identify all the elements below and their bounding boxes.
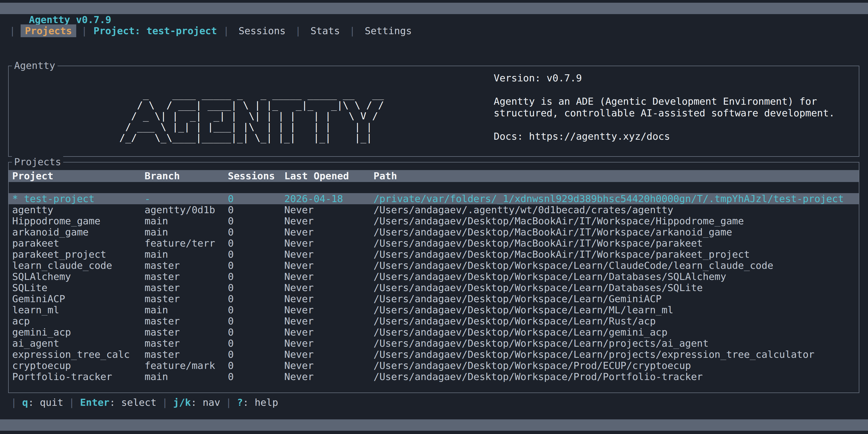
table-row[interactable]: parakeet_project main 0 Never /Users/and… xyxy=(9,249,859,260)
cell-last-opened: Never xyxy=(284,238,373,249)
tab[interactable]: | Project: test-project xyxy=(76,24,218,37)
help-separator: | xyxy=(162,397,168,408)
cell-path: /Users/andagaev/Desktop/Workspace/Learn/… xyxy=(373,338,859,349)
cell-sessions: 0 xyxy=(228,226,284,238)
cell-last-opened: Never xyxy=(284,349,373,360)
ascii-logo-line: / \ / ___| ____| \ | |_ _|_ _|\ \ / / xyxy=(119,100,384,111)
cell-branch: main xyxy=(145,249,228,260)
app-window: Agentty v0.7.9 | Projects | Project: tes… xyxy=(0,0,868,434)
cell-path: /Users/andagaev/Desktop/MacBookAir/IT/Wo… xyxy=(373,226,859,238)
table-row[interactable]: parakeet feature/terr 0 Never /Users/and… xyxy=(9,238,859,249)
help-key: ? xyxy=(237,397,243,408)
table-row[interactable]: SQLite master 0 Never /Users/andagaev/De… xyxy=(9,282,859,293)
table-row[interactable]: gemini_acp master 0 Never /Users/andagae… xyxy=(9,327,859,338)
table-row[interactable]: acp master 0 Never /Users/andagaev/Deskt… xyxy=(9,315,859,327)
column-header-sessions: Sessions xyxy=(228,170,284,182)
cell-project: gemini_acp xyxy=(12,327,145,338)
tab-separator: | xyxy=(82,25,87,36)
table-row[interactable]: GeminiACP master 0 Never /Users/andagaev… xyxy=(9,293,859,304)
tab[interactable]: | Stats xyxy=(290,24,344,37)
table-row[interactable]: cryptoecup feature/mark 0 Never /Users/a… xyxy=(9,360,859,371)
description-line-2: structured, controllable AI-assisted sof… xyxy=(494,107,835,119)
table-row[interactable]: Hippodrome_game main 0 Never /Users/anda… xyxy=(9,215,859,226)
cell-sessions: 0 xyxy=(228,249,284,260)
tab[interactable]: | Settings xyxy=(344,24,416,37)
cell-project: learn_claude_code xyxy=(12,260,145,271)
cell-sessions: 0 xyxy=(228,327,284,338)
cell-sessions: 0 xyxy=(228,271,284,282)
cell-path: /Users/andagaev/Desktop/MacBookAir/IT/Wo… xyxy=(373,249,859,260)
cell-last-opened: Never xyxy=(284,293,373,304)
cell-path: /Users/andagaev/Desktop/Workspace/Learn/… xyxy=(373,260,859,271)
column-header-last-opened: Last Opened xyxy=(284,170,373,182)
cell-path: /Users/andagaev/Desktop/MacBookAir/IT/Wo… xyxy=(373,215,859,226)
table-header: Project Branch Sessions Last Opened Path xyxy=(9,170,859,182)
table-row[interactable]: Portfolio-tracker main 0 Never /Users/an… xyxy=(9,371,859,382)
cell-project: SQLite xyxy=(12,282,145,293)
table-row[interactable]: expression_tree_calc master 0 Never /Use… xyxy=(9,349,859,360)
column-header-branch: Branch xyxy=(145,170,228,182)
help-action: : nav xyxy=(191,397,220,408)
help-item: | j/k: nav xyxy=(156,397,220,408)
cell-sessions: 0 xyxy=(228,360,284,371)
cell-last-opened: 2026-04-18 xyxy=(284,193,373,204)
cell-project: Hippodrome_game xyxy=(12,215,145,226)
status-bar: /private/var/folders/_1/xdnwsnl929d389bh… xyxy=(0,420,868,431)
cell-branch: master xyxy=(145,282,228,293)
cell-branch: master xyxy=(145,338,228,349)
cell-last-opened: Never xyxy=(284,315,373,327)
cell-project: agentty xyxy=(12,204,145,215)
table-row[interactable]: arkanoid_game main 0 Never /Users/andaga… xyxy=(9,226,859,238)
tab-label[interactable]: Sessions xyxy=(235,24,290,37)
cell-last-opened: Never xyxy=(284,304,373,315)
cell-project: arkanoid_game xyxy=(12,226,145,238)
table-row[interactable]: learn_ml main 0 Never /Users/andagaev/De… xyxy=(9,304,859,315)
ascii-logo-line: / ___ \ |_| | |___| |\ | | | | | | | xyxy=(119,122,384,132)
tab[interactable]: | Sessions xyxy=(218,24,290,37)
help-item: | q: quit xyxy=(5,397,63,408)
titlebar: Agentty v0.7.9 xyxy=(0,3,868,14)
cell-path: /Users/andagaev/Desktop/Workspace/Learn/… xyxy=(373,271,859,282)
cell-sessions: 0 xyxy=(228,371,284,382)
cell-path: /Users/andagaev/Desktop/Workspace/Learn/… xyxy=(373,282,859,293)
table-row[interactable]: ai_agent master 0 Never /Users/andagaev/… xyxy=(9,338,859,349)
docs-link[interactable]: Docs: https://agentty.xyz/docs xyxy=(494,130,670,142)
cell-sessions: 0 xyxy=(228,260,284,271)
cell-project: * test-project xyxy=(12,193,145,204)
cell-branch: agentty/0d1b xyxy=(145,204,228,215)
cell-sessions: 0 xyxy=(228,204,284,215)
cell-last-opened: Never xyxy=(284,360,373,371)
about-box-title: Agentty xyxy=(12,60,58,72)
app-title: Agentty v0.7.9 xyxy=(29,14,111,25)
help-separator: | xyxy=(226,397,231,408)
cell-project: parakeet xyxy=(12,238,145,249)
cell-project: GeminiACP xyxy=(12,293,145,304)
table-row[interactable]: SQLAlchemy master 0 Never /Users/andagae… xyxy=(9,271,859,282)
column-header-path: Path xyxy=(373,170,859,182)
help-key: j/k xyxy=(173,397,191,408)
table-row[interactable]: * test-project - 0 2026-04-18 /private/v… xyxy=(9,193,859,204)
tab[interactable]: | Projects xyxy=(4,24,76,37)
projects-box-title: Projects xyxy=(12,156,63,168)
cell-branch: master xyxy=(145,271,228,282)
cell-branch: feature/mark xyxy=(145,360,228,371)
cell-branch: main xyxy=(145,215,228,226)
cell-sessions: 0 xyxy=(228,315,284,327)
cell-path: /Users/andagaev/Desktop/Workspace/Learn/… xyxy=(373,293,859,304)
tab-label[interactable]: Projects xyxy=(21,24,76,37)
cell-project: acp xyxy=(12,315,145,327)
tab-label[interactable]: Settings xyxy=(361,24,416,37)
table-row[interactable]: agentty agentty/0d1b 0 Never /Users/anda… xyxy=(9,204,859,215)
ascii-logo-line: / _ \| | _| _| | \| | | | | | \ V / xyxy=(119,111,384,122)
cell-branch: master xyxy=(145,315,228,327)
cell-branch: feature/terr xyxy=(145,238,228,249)
table-row[interactable]: learn_claude_code master 0 Never /Users/… xyxy=(9,260,859,271)
help-item: | Enter: select xyxy=(63,397,156,408)
tab-label[interactable]: Stats xyxy=(306,24,344,37)
cell-path: /Users/andagaev/Desktop/MacBookAir/IT/Wo… xyxy=(373,238,859,249)
tab-label[interactable]: Project: test-project xyxy=(93,24,218,37)
agentty-ascii-logo: _ ____ _____ _ _ _____ _____ __ __ / \ /… xyxy=(119,89,384,143)
cell-project: expression_tree_calc xyxy=(12,349,145,360)
cell-branch: master xyxy=(145,349,228,360)
cell-sessions: 0 xyxy=(228,338,284,349)
